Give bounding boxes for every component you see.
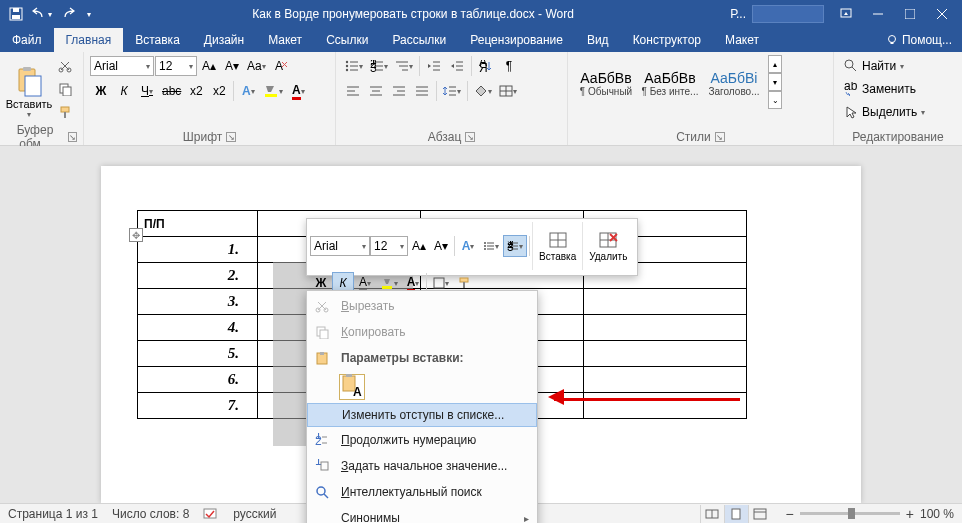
close-button[interactable] (926, 3, 958, 25)
format-painter-icon[interactable] (54, 101, 76, 123)
zoom-in[interactable]: + (906, 506, 914, 522)
zoom-level[interactable]: 100 % (920, 507, 954, 521)
table-number-cell[interactable]: 2. (138, 263, 258, 289)
mini-grow-font[interactable]: A▴ (408, 235, 430, 257)
change-case-icon[interactable]: Aa▾ (244, 55, 269, 77)
table-number-cell[interactable]: 4. (138, 315, 258, 341)
borders-icon[interactable]: ▾ (496, 80, 520, 102)
superscript-button[interactable]: x2 (208, 80, 230, 102)
clear-formatting-icon[interactable]: A (270, 55, 292, 77)
minimize-button[interactable] (862, 3, 894, 25)
style-heading1[interactable]: АаБбВіЗаголово... (702, 55, 766, 111)
mini-bullets[interactable]: ▾ (479, 235, 503, 257)
table-number-cell[interactable]: 6. (138, 367, 258, 393)
bold-button[interactable]: Ж (90, 80, 112, 102)
mini-font-name[interactable]: Arial▾ (310, 236, 370, 256)
italic-button[interactable]: К (113, 80, 135, 102)
ctx-synonyms[interactable]: Синонимы▸ (307, 505, 537, 523)
tab-mailings[interactable]: Рассылки (380, 28, 458, 52)
styles-dialog-launcher[interactable]: ↘ (715, 132, 725, 142)
align-right-icon[interactable] (388, 80, 410, 102)
view-print-layout[interactable] (724, 505, 748, 523)
mini-shrink-font[interactable]: A▾ (430, 235, 452, 257)
tab-review[interactable]: Рецензирование (458, 28, 575, 52)
style-normal[interactable]: АаБбВв¶ Обычный (574, 55, 638, 111)
save-icon[interactable] (4, 3, 28, 25)
mini-text-effects[interactable]: A▾ (457, 235, 479, 257)
mini-font-size[interactable]: 12▾ (370, 236, 408, 256)
justify-icon[interactable] (411, 80, 433, 102)
mini-numbering[interactable]: 123▾ (503, 235, 527, 257)
ribbon-display-options-icon[interactable] (830, 3, 862, 25)
tab-references[interactable]: Ссылки (314, 28, 380, 52)
shrink-font-icon[interactable]: A▾ (221, 55, 243, 77)
underline-button[interactable]: Ч▾ (136, 80, 158, 102)
ctx-paste-option-keep-text[interactable]: A (307, 371, 537, 403)
zoom-slider[interactable] (800, 512, 900, 515)
sort-icon[interactable]: AЯ (475, 55, 497, 77)
font-name-selector[interactable]: Arial▾ (90, 56, 154, 76)
align-center-icon[interactable] (365, 80, 387, 102)
qat-customize-icon[interactable]: ▾ (82, 3, 96, 25)
table-number-cell[interactable]: 5. (138, 341, 258, 367)
line-spacing-icon[interactable]: ▾ (440, 80, 464, 102)
tab-table-design[interactable]: Конструктор (621, 28, 713, 52)
decrease-indent-icon[interactable] (423, 55, 445, 77)
tab-layout[interactable]: Макет (256, 28, 314, 52)
mini-insert[interactable]: Вставка (532, 222, 582, 270)
status-language[interactable]: русский (233, 507, 276, 521)
copy-icon[interactable] (54, 78, 76, 100)
show-marks-icon[interactable]: ¶ (498, 55, 520, 77)
paragraph-dialog-launcher[interactable]: ↘ (465, 132, 475, 142)
paste-button[interactable]: Вставить▾ (6, 55, 52, 129)
style-scroll[interactable]: ▴▾⌄ (768, 55, 782, 109)
table-number-cell[interactable]: 7. (138, 393, 258, 419)
increase-indent-icon[interactable] (446, 55, 468, 77)
maximize-button[interactable] (894, 3, 926, 25)
zoom-out[interactable]: − (786, 506, 794, 522)
shading-icon[interactable]: ▾ (471, 80, 495, 102)
tab-design[interactable]: Дизайн (192, 28, 256, 52)
font-color-icon[interactable]: A▾ (287, 80, 309, 102)
table-move-handle[interactable]: ✥ (129, 228, 143, 242)
tab-file[interactable]: Файл (0, 28, 54, 52)
font-dialog-launcher[interactable]: ↘ (226, 132, 236, 142)
bullets-icon[interactable]: ▾ (342, 55, 366, 77)
tab-insert[interactable]: Вставка (123, 28, 192, 52)
style-no-spacing[interactable]: АаБбВв¶ Без инте... (638, 55, 702, 111)
status-page[interactable]: Страница 1 из 1 (8, 507, 98, 521)
cut-icon[interactable] (54, 55, 76, 77)
font-size-selector[interactable]: 12▾ (155, 56, 197, 76)
text-effects-icon[interactable]: A▾ (237, 80, 259, 102)
clipboard-dialog-launcher[interactable]: ↘ (68, 132, 77, 142)
ctx-smart-lookup[interactable]: Интеллектуальный поиск (307, 479, 537, 505)
subscript-button[interactable]: x2 (185, 80, 207, 102)
redo-icon[interactable] (56, 3, 80, 25)
ctx-set-numbering-value[interactable]: 1Задать начальное значение... (307, 453, 537, 479)
tell-me[interactable]: Помощ... (876, 28, 962, 52)
account-name-box[interactable] (752, 5, 824, 23)
tab-home[interactable]: Главная (54, 28, 124, 52)
strikethrough-button[interactable]: abc (159, 80, 184, 102)
table-number-cell[interactable]: 1. (138, 237, 258, 263)
undo-icon[interactable]: ▾ (30, 3, 54, 25)
table-header-cell[interactable]: П/П (138, 211, 258, 237)
align-left-icon[interactable] (342, 80, 364, 102)
numbering-icon[interactable]: 123▾ (367, 55, 391, 77)
mini-delete[interactable]: Удалить (582, 222, 633, 270)
status-spellcheck-icon[interactable] (203, 507, 219, 521)
tab-table-layout[interactable]: Макет (713, 28, 771, 52)
status-word-count[interactable]: Число слов: 8 (112, 507, 189, 521)
multilevel-list-icon[interactable]: ▾ (392, 55, 416, 77)
view-read-mode[interactable] (700, 505, 724, 523)
replace-button[interactable]: abЗаменить (840, 78, 929, 100)
ctx-continue-numbering[interactable]: 12Продолжить нумерацию (307, 427, 537, 453)
table-number-cell[interactable]: 3. (138, 289, 258, 315)
tab-view[interactable]: Вид (575, 28, 621, 52)
view-web-layout[interactable] (748, 505, 772, 523)
highlight-icon[interactable]: ▾ (260, 80, 286, 102)
select-button[interactable]: Выделить▾ (840, 101, 929, 123)
grow-font-icon[interactable]: A▴ (198, 55, 220, 77)
find-button[interactable]: Найти▾ (840, 55, 929, 77)
ctx-adjust-list-indents[interactable]: Изменить отступы в списке... (307, 403, 537, 427)
